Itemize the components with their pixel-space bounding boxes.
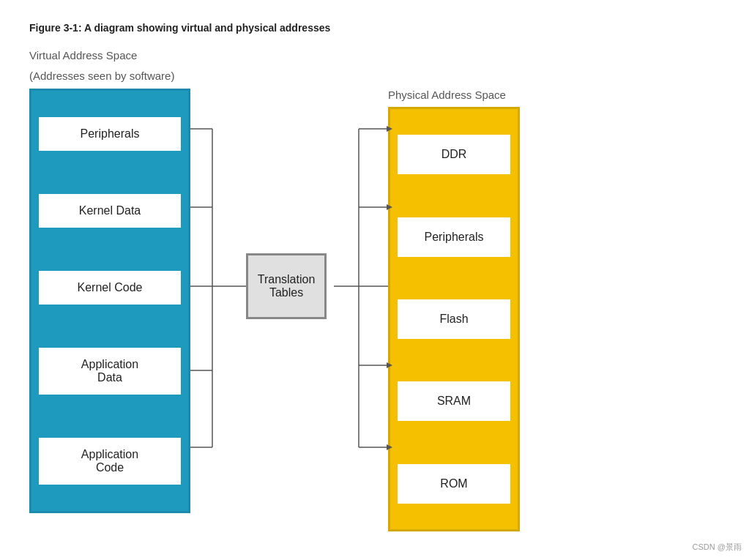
vas-label-line1: Virtual Address Space xyxy=(29,48,190,63)
virtual-address-space: Peripherals Kernel Data Kernel Code Appl… xyxy=(29,89,190,513)
vas-block-kernel-data: Kernel Data xyxy=(39,194,181,228)
svg-marker-13 xyxy=(387,204,392,210)
svg-marker-16 xyxy=(387,362,392,368)
svg-marker-11 xyxy=(387,126,392,132)
connector-svg xyxy=(190,89,556,528)
svg-marker-18 xyxy=(387,444,392,450)
vas-block-peripherals: Peripherals xyxy=(39,117,181,151)
watermark: CSDN @景雨 xyxy=(693,542,742,553)
vas-label-line2: (Addresses seen by software) xyxy=(29,69,190,83)
figure-title: Figure 3-1: A diagram showing virtual an… xyxy=(29,22,720,34)
vas-block-kernel-code: Kernel Code xyxy=(39,271,181,305)
translation-tables: TranslationTables xyxy=(246,253,327,319)
vas-block-app-data: ApplicationData xyxy=(39,348,181,395)
vas-block-app-code: ApplicationCode xyxy=(39,438,181,485)
